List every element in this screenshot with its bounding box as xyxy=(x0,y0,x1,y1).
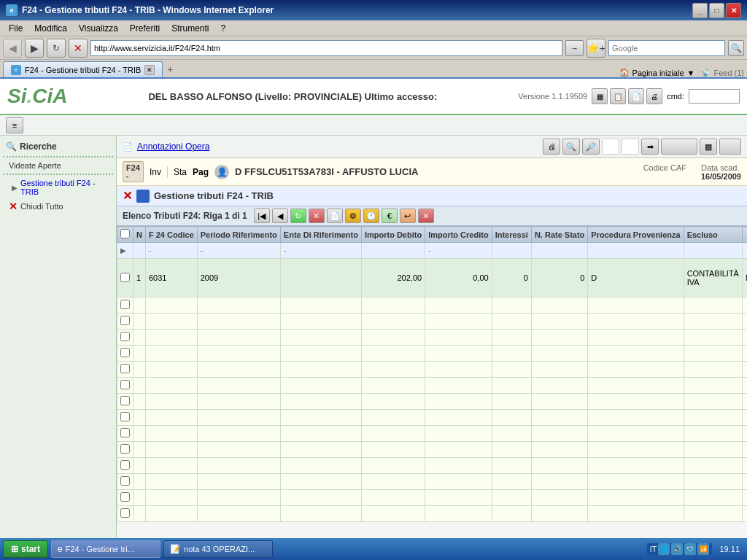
row-checkbox[interactable] xyxy=(120,492,130,502)
menu-visualizza[interactable]: Visualizza xyxy=(73,22,124,35)
row-checkbox[interactable] xyxy=(120,460,130,470)
back-row-button[interactable]: ↩ xyxy=(400,209,416,223)
row-checkbox[interactable] xyxy=(120,348,130,357)
go-button[interactable]: → xyxy=(565,40,584,56)
e6 xyxy=(361,474,425,490)
e5 xyxy=(280,410,361,426)
tab-close-button[interactable]: ✕ xyxy=(144,65,155,75)
e11 xyxy=(684,474,742,490)
e10 xyxy=(588,458,684,474)
start-button[interactable]: ⊞ start xyxy=(3,540,48,558)
section-close-button[interactable]: ✕ xyxy=(123,189,132,203)
menu-help[interactable]: ? xyxy=(215,22,232,35)
e7 xyxy=(425,506,492,522)
forward-button[interactable]: ▶ xyxy=(25,39,44,58)
print-button[interactable]: 🖨 xyxy=(543,139,560,155)
e10 xyxy=(588,490,684,506)
e1 xyxy=(117,394,133,410)
record-field1: Inv xyxy=(150,167,161,177)
e2 xyxy=(133,426,146,442)
nav-prev-button[interactable]: ◀ xyxy=(272,209,288,223)
table-toolbar: Elenco Tributi F24: Riga 1 di 1 |◀ ◀ ↻ ✕… xyxy=(117,206,747,226)
search-record-button[interactable]: 🔍 xyxy=(562,139,580,155)
menu-preferiti[interactable]: Preferiti xyxy=(124,22,166,35)
row-checkbox[interactable] xyxy=(120,380,130,389)
row-stato: D xyxy=(588,259,684,298)
back-button[interactable]: ◀ xyxy=(3,39,22,58)
table-row xyxy=(117,474,748,490)
e8 xyxy=(492,458,531,474)
refresh-button[interactable]: ↻ xyxy=(47,39,66,58)
state-label: Sta xyxy=(174,167,187,177)
close-button[interactable]: ✕ xyxy=(726,3,741,18)
row-f24: 6031 xyxy=(145,259,197,298)
search-input[interactable] xyxy=(608,40,725,56)
taskbar-item-2[interactable]: 📝 nota 43 OPERAZI... xyxy=(163,540,273,558)
e12 xyxy=(742,442,747,458)
settings-button[interactable]: ⚙ xyxy=(345,209,361,223)
table-row xyxy=(117,330,748,346)
close-all-icon: ✕ xyxy=(9,201,18,212)
videate-aperte-item[interactable]: Videate Aperte xyxy=(0,159,116,172)
euro-button[interactable]: € xyxy=(382,209,398,223)
gestione-tributi-item[interactable]: ▶ Gestione tributi F24 - TRIB xyxy=(0,176,116,198)
taskbar-item-1[interactable]: e F24 - Gestione tri... xyxy=(51,540,160,558)
refresh-table-button[interactable]: ↻ xyxy=(290,209,306,223)
menu-strumenti[interactable]: Strumenti xyxy=(166,22,214,35)
barcode-button[interactable]: ▦ xyxy=(700,139,717,155)
more-button[interactable] xyxy=(719,139,741,155)
e5 xyxy=(280,394,361,410)
e1 xyxy=(117,490,133,506)
e11 xyxy=(684,458,742,474)
row-checkbox[interactable] xyxy=(120,476,130,486)
header-icon-4[interactable]: 🖨 xyxy=(646,88,662,104)
maximize-button[interactable]: □ xyxy=(709,3,724,18)
new-tab-button[interactable]: + xyxy=(163,61,177,77)
delete-button[interactable]: ✕ xyxy=(309,209,325,223)
e2 xyxy=(133,442,146,458)
browser-tab[interactable]: e F24 - Gestione tributi F24 - TRIB ✕ xyxy=(3,61,163,77)
menu-modifica[interactable]: Modifica xyxy=(28,22,73,35)
row-checkbox[interactable] xyxy=(120,396,130,405)
row-checkbox[interactable] xyxy=(120,508,130,518)
row-checkbox[interactable] xyxy=(120,332,130,341)
feed-button[interactable]: 📡 Feed (1) xyxy=(700,68,744,77)
menu-file[interactable]: File xyxy=(3,22,28,35)
navigate-button[interactable]: ➡ xyxy=(641,139,659,155)
search-button[interactable]: 🔍 xyxy=(728,40,744,56)
row-checkbox[interactable] xyxy=(120,273,130,282)
clock-button[interactable]: 🕐 xyxy=(363,209,379,223)
row-checkbox[interactable] xyxy=(120,364,130,373)
stop-button[interactable]: ✕ xyxy=(69,39,88,58)
sidebar-toggle[interactable]: ≡ xyxy=(6,117,23,133)
e10 xyxy=(588,378,684,394)
e12 xyxy=(742,298,747,314)
minimize-button[interactable]: _ xyxy=(692,3,708,18)
title-bar-buttons[interactable]: _ □ ✕ xyxy=(692,3,741,18)
new-row-button[interactable]: 📄 xyxy=(327,209,343,223)
header-icon-1[interactable]: ▦ xyxy=(592,88,608,104)
sidebar-divider-1 xyxy=(3,156,113,158)
row-checkbox[interactable] xyxy=(120,428,130,438)
select-all-checkbox[interactable] xyxy=(120,229,130,238)
close-row-button[interactable]: ✕ xyxy=(418,209,434,223)
nav-first-button[interactable]: |◀ xyxy=(254,209,270,223)
annotazioni-link[interactable]: Annotazioni Opera xyxy=(137,141,209,152)
chiudi-tutto-item[interactable]: ✕ Chiudi Tutto xyxy=(0,198,116,214)
row-ente xyxy=(280,259,361,298)
row-checkbox[interactable] xyxy=(120,444,130,454)
add-favorites-button[interactable]: ⭐+ xyxy=(587,39,605,58)
e2 xyxy=(133,394,146,410)
zoom-button[interactable]: 🔎 xyxy=(582,139,600,155)
row-checkbox[interactable] xyxy=(120,412,130,421)
blank1[interactable] xyxy=(602,139,619,155)
row-checkbox[interactable] xyxy=(120,316,130,325)
blank2[interactable] xyxy=(622,139,639,155)
extra-btn[interactable] xyxy=(661,139,697,155)
cmd-input[interactable] xyxy=(689,89,740,104)
home-button[interactable]: 🏠 Pagina iniziale ▼ xyxy=(619,68,695,77)
address-bar[interactable] xyxy=(90,40,562,56)
header-icon-2[interactable]: 📋 xyxy=(610,88,626,104)
row-checkbox[interactable] xyxy=(120,300,130,309)
header-icon-3[interactable]: 📄 xyxy=(628,88,644,104)
